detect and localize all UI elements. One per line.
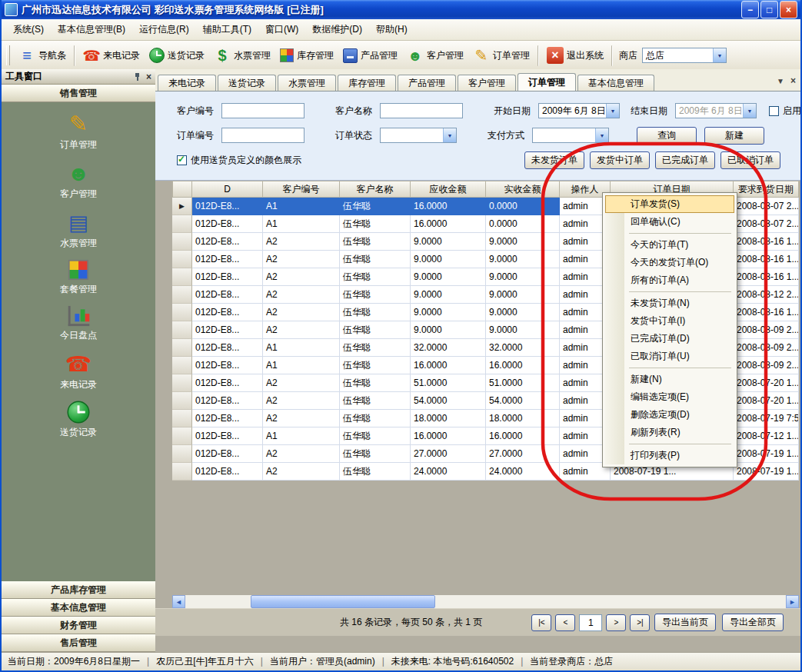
cell-receivable[interactable]: 16.0000 [411, 427, 486, 445]
cell-id[interactable]: 012D-E8... [192, 339, 263, 357]
cell-customer-no[interactable]: A2 [263, 233, 340, 251]
cell-customer-no[interactable]: A1 [263, 339, 340, 357]
toolbar-button[interactable]: 退出系统 [542, 44, 608, 67]
cell-required-date[interactable]: 2008-08-16 1... [734, 304, 799, 321]
row-selector[interactable] [172, 427, 192, 445]
last-page-button[interactable]: >| [630, 614, 650, 631]
cell-customer-name[interactable]: 伍华聪 [340, 215, 411, 233]
cell-receivable[interactable]: 9.0000 [411, 251, 486, 268]
cell-received[interactable]: 9.0000 [486, 304, 560, 321]
scroll-left-icon[interactable]: ◄ [172, 595, 185, 608]
cell-receivable[interactable]: 16.0000 [411, 215, 486, 233]
cell-customer-no[interactable]: A1 [263, 357, 340, 374]
cell-required-date[interactable]: 2008-07-19 1... [734, 445, 799, 463]
cell-receivable[interactable]: 32.0000 [411, 339, 486, 357]
column-header[interactable]: 实收金额 [486, 181, 560, 198]
cell-receivable[interactable]: 16.0000 [411, 357, 486, 374]
toolbar-button[interactable]: 送货记录 [145, 45, 209, 66]
cell-received[interactable]: 9.0000 [486, 286, 560, 304]
menubar-item[interactable]: 窗口(W) [258, 19, 305, 40]
cell-id[interactable]: 012D-E8... [192, 215, 263, 233]
sidebar-group[interactable]: 产品库存管理 [2, 581, 155, 599]
scrollbar-track[interactable] [185, 595, 786, 608]
cell-receivable[interactable]: 9.0000 [411, 321, 486, 339]
cell-customer-no[interactable]: A2 [263, 304, 340, 321]
cell-customer-name[interactable]: 伍华聪 [340, 427, 411, 445]
checkbox-checked-icon[interactable] [177, 155, 187, 165]
cell-customer-name[interactable]: 伍华聪 [340, 445, 411, 463]
chevron-down-icon[interactable]: ▼ [443, 128, 456, 142]
context-menu-item[interactable]: 打印列表(P) [605, 447, 734, 464]
sidebar-group[interactable]: 财务管理 [2, 617, 155, 634]
context-menu-item[interactable]: 未发货订单(N) [605, 294, 734, 312]
sidebar-group-sales[interactable]: 销售管理 [2, 85, 155, 102]
sidebar-item[interactable]: 套餐管理 [60, 258, 97, 296]
cell-received[interactable]: 32.0000 [486, 339, 560, 357]
cell-required-date[interactable]: 2008-08-09 2... [734, 339, 799, 357]
row-selector[interactable] [172, 251, 192, 268]
cell-received[interactable]: 18.0000 [486, 410, 560, 427]
cell-customer-name[interactable]: 伍华聪 [340, 463, 411, 481]
new-button[interactable]: 新建 [704, 127, 764, 145]
cell-customer-name[interactable]: 伍华聪 [340, 268, 411, 286]
context-menu-item[interactable]: 编辑选定项(E) [605, 388, 734, 406]
cell-receivable[interactable]: 9.0000 [411, 286, 486, 304]
tab[interactable]: 订单管理 [517, 73, 576, 91]
cell-customer-no[interactable]: A2 [263, 410, 340, 427]
minimize-button[interactable]: − [741, 1, 759, 18]
cell-receivable[interactable]: 16.0000 [411, 198, 486, 215]
sidebar-item[interactable]: 客户管理 [60, 159, 97, 201]
sidebar-item[interactable]: 水票管理 [60, 208, 97, 250]
cell-id[interactable]: 012D-E8... [192, 463, 263, 481]
cell-id[interactable]: 012D-E8... [192, 321, 263, 339]
cell-received[interactable]: 16.0000 [486, 427, 560, 445]
row-selector[interactable] [172, 321, 192, 339]
context-menu-item[interactable]: 刷新列表(R) [605, 424, 734, 441]
cell-received[interactable]: 0.0000 [486, 215, 560, 233]
cell-id[interactable]: 012D-E8... [192, 357, 263, 374]
row-selector[interactable] [172, 198, 192, 215]
cell-customer-no[interactable]: A2 [263, 445, 340, 463]
store-select[interactable]: 总店 ▼ [642, 48, 727, 63]
cell-receivable[interactable]: 9.0000 [411, 304, 486, 321]
context-menu-item[interactable]: 今天的发货订单(O) [605, 254, 734, 271]
cell-required-date[interactable]: 2008-08-09 2... [734, 357, 799, 374]
cell-received[interactable]: 16.0000 [486, 357, 560, 374]
cell-received[interactable]: 27.0000 [486, 445, 560, 463]
page-number-input[interactable] [579, 614, 602, 631]
context-menu-item[interactable]: 新建(N) [605, 371, 734, 388]
cell-customer-name[interactable]: 伍华聪 [340, 339, 411, 357]
cell-id[interactable]: 012D-E8... [192, 445, 263, 463]
tab-close-icon[interactable]: × [790, 75, 796, 86]
cell-customer-name[interactable]: 伍华聪 [340, 198, 411, 215]
scrollbar-thumb[interactable] [251, 595, 435, 608]
column-header[interactable]: 客户编号 [263, 181, 340, 198]
cell-id[interactable]: 012D-E8... [192, 233, 263, 251]
cell-receivable[interactable]: 51.0000 [411, 374, 486, 392]
sidebar-item[interactable]: 订单管理 [60, 110, 97, 151]
cell-required-date[interactable]: 2008-07-19 1... [734, 463, 799, 481]
cell-received[interactable]: 9.0000 [486, 251, 560, 268]
cell-receivable[interactable]: 9.0000 [411, 268, 486, 286]
menubar-item[interactable]: 数据维护(D) [305, 19, 369, 40]
cell-received[interactable]: 9.0000 [486, 268, 560, 286]
cell-received[interactable]: 9.0000 [486, 321, 560, 339]
cell-id[interactable]: 012D-E8... [192, 198, 263, 215]
sidebar-group[interactable]: 基本信息管理 [2, 599, 155, 617]
cell-id[interactable]: 012D-E8... [192, 427, 263, 445]
row-selector[interactable] [172, 268, 192, 286]
cell-customer-no[interactable]: A2 [263, 286, 340, 304]
toolbar-button[interactable]: 产品管理 [338, 45, 402, 66]
restore-button[interactable]: □ [760, 1, 778, 18]
cell-id[interactable]: 012D-E8... [192, 374, 263, 392]
row-selector[interactable] [172, 463, 192, 481]
cell-customer-name[interactable]: 伍华聪 [340, 374, 411, 392]
color-display-checkbox[interactable]: 使用送货员定义的颜色展示 [177, 154, 301, 167]
cell-id[interactable]: 012D-E8... [192, 251, 263, 268]
start-date-picker[interactable]: 2009年 6月 8日 ▼ [538, 103, 620, 118]
sidebar-group[interactable]: 售后管理 [2, 634, 155, 652]
cell-required-date[interactable]: 2008-08-09 2... [734, 321, 799, 339]
row-selector[interactable] [172, 445, 192, 463]
cell-receivable[interactable]: 9.0000 [411, 233, 486, 251]
cell-received[interactable]: 24.0000 [486, 463, 560, 481]
